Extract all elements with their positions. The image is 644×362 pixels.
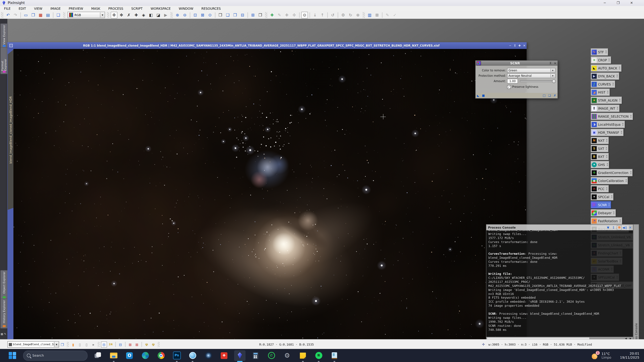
toolbar-grip[interactable] [107,12,109,18]
m42-nebula-view[interactable] [14,49,526,339]
image-add-icon[interactable]: ✚ [284,11,290,18]
maximize-view-icon[interactable]: ⊞ [250,11,256,18]
swap-slot2-icon[interactable]: ▯ [84,341,90,348]
mask-edit-icon[interactable]: ✎ [384,11,391,18]
process-console-side-tab[interactable]: Process Console [633,224,639,339]
process-item-nxt[interactable]: NNXTND [591,137,609,144]
start-button[interactable] [7,350,18,361]
menu-preview[interactable]: PREVIEW [65,6,87,11]
image-load-icon[interactable]: ↑ [319,11,326,18]
screen-icon[interactable]: ⊟ [101,341,107,348]
new-instance-drag-handles[interactable]: ND [613,211,615,215]
image-close-icon[interactable]: ⊗ [354,11,361,18]
process-item-localhistequa[interactable]: ◑LocalHistEquaND [591,121,625,128]
extract-channels-icon[interactable]: ▦ [37,11,44,18]
console-close-icon[interactable]: ✕ [628,226,633,229]
select-multi-icon[interactable]: ❒ [232,11,238,18]
menu-mask[interactable]: MASK [87,6,104,11]
notepad-icon[interactable]: ≡≡ [329,350,340,361]
new-instance-drag-handles[interactable]: ND [606,139,608,142]
process-item-range_selection[interactable]: RANGE_SELECTIONND [591,113,633,120]
pan-mode-icon[interactable]: ✚ [133,11,140,18]
process-console-titlebar[interactable]: Process Console ▼↕◀❙✕ [486,225,633,231]
menu-file[interactable]: FILE [0,6,14,11]
process-item-gradientcorrection[interactable]: ✥GradientCorrectionND [591,169,633,176]
edge-icon[interactable] [140,350,151,361]
radiation-icon[interactable]: ☢ [144,341,150,348]
scnr-shade-icon[interactable]: ⊼ [548,61,553,65]
pixinsight-icon[interactable] [234,350,246,361]
zoom-in-icon[interactable]: ⊕ [174,11,181,18]
console-hscrollbar[interactable]: ◀ ▶ [486,337,633,339]
image-shade-icon[interactable]: ⊼ [512,44,517,47]
image-reload-icon[interactable]: ↻ [347,11,354,18]
process-item-ghs[interactable]: ✦GHSND [591,161,609,168]
process-item-spccal[interactable]: ✶SPCCalND [591,193,614,200]
stellarium-icon[interactable]: ✦ [202,350,214,361]
duplicate-window-icon[interactable]: ❐ [30,11,36,18]
process-item-bxt[interactable]: BBXTND [591,153,608,160]
zoom-1to1-icon[interactable]: ⊡ [192,11,198,18]
image-save-icon[interactable]: ↓ [312,11,318,18]
maximize-button[interactable]: ❐ [613,0,623,5]
pointer-mode-icon[interactable]: ▶ [162,11,169,18]
astro-capture-icon[interactable] [187,350,198,361]
image-revert-icon[interactable]: ↺ [330,11,336,18]
dock-mini-icon[interactable]: ▦ [1,333,3,336]
fit-window-icon[interactable]: ❒ [217,11,224,18]
new-instance-drag-handles[interactable]: ND [630,115,632,118]
amount-slider[interactable] [520,80,555,82]
undo-icon[interactable]: ↶ [5,11,12,18]
menu-edit[interactable]: EDIT [14,6,30,11]
process-item-scnr[interactable]: ∴SCNRND [591,201,611,209]
image-new-icon[interactable]: ✚ [269,11,276,18]
new-instance-drag-handles[interactable]: ND [630,171,632,174]
settings-icon[interactable]: ⚙ [282,350,293,361]
image-minimize-icon[interactable]: ─ [508,44,512,47]
dock-mini-icon[interactable]: ✎ [4,333,6,336]
toolbar-grip[interactable] [63,12,66,18]
new-instance-drag-handles[interactable]: ND [619,98,620,102]
calculator-icon[interactable]: ▪▪▪▪ [250,350,261,361]
apply-global-icon[interactable]: ■ [482,94,485,97]
process-item-stf[interactable]: ∿STFND [591,48,608,56]
new-instance-drag-handles[interactable]: ND [616,74,618,78]
image-zoom-icon[interactable]: ✚ [517,44,522,47]
rename-view-icon[interactable]: ▭ [22,11,29,18]
new-instance-drag-handles[interactable]: ND [606,50,607,54]
toolbar-grip[interactable] [170,12,173,18]
mask-apply-icon[interactable]: ✓ [392,11,398,18]
track-view-icon[interactable]: ✜ [111,11,118,18]
sticky-notes-icon[interactable] [297,350,308,361]
reset-icon[interactable]: ✗ [554,94,556,97]
statusbar-grip[interactable] [98,342,100,347]
menu-window[interactable]: WINDOW [175,6,198,11]
process-item-crop[interactable]: ⌗CROPND [591,56,611,64]
protection-method-select[interactable]: Average Neutral ▼ [507,73,556,78]
new-instance-drag-handles[interactable]: ND [606,187,608,190]
menu-workspace[interactable]: WORKSPACE [146,6,175,11]
dock-tab-view-explorer[interactable]: View Explorer [0,23,8,48]
process-item-hdr_transf[interactable]: ▣HDR_TRANSFND [591,129,624,136]
minimize-button[interactable]: ─ [600,0,610,5]
task-view-icon[interactable] [92,350,104,361]
dock-tab-history-explorer[interactable]: History Explorer [0,299,8,329]
new-instance-drag-handles[interactable]: ND [606,163,608,166]
menu-view[interactable]: VIEW [30,6,46,11]
new-instance-drag-handles[interactable]: ND [608,203,610,206]
scnr-close-icon[interactable]: ✕ [553,61,558,65]
screen-close-icon[interactable]: ⊠ [127,341,133,348]
zoom-integer-icon[interactable]: ⊙ [206,11,213,18]
image-close-icon[interactable]: ✕ [522,44,526,47]
new-instance-drag-handles[interactable]: ND [608,58,610,62]
new-instance-drag-handles[interactable]: ND [617,107,618,110]
console-log[interactable]: blend_ImageBlend_cloned_ImageBlend_HDRWr… [486,230,633,337]
amount-input[interactable]: 1.00 [507,79,518,83]
new-instance-drag-handles[interactable]: ND [606,147,607,150]
chrome-icon[interactable] [155,350,167,361]
swap-slot-icon[interactable]: ▯ [77,341,83,348]
browse-doc-icon[interactable]: □ [543,94,546,97]
view-selector[interactable]: blend_ImageBlend_cloned_ImageBl ▼ [8,341,59,348]
scrollbar-thumb[interactable] [487,337,590,339]
copy-view-icon[interactable]: ❐ [59,341,66,348]
